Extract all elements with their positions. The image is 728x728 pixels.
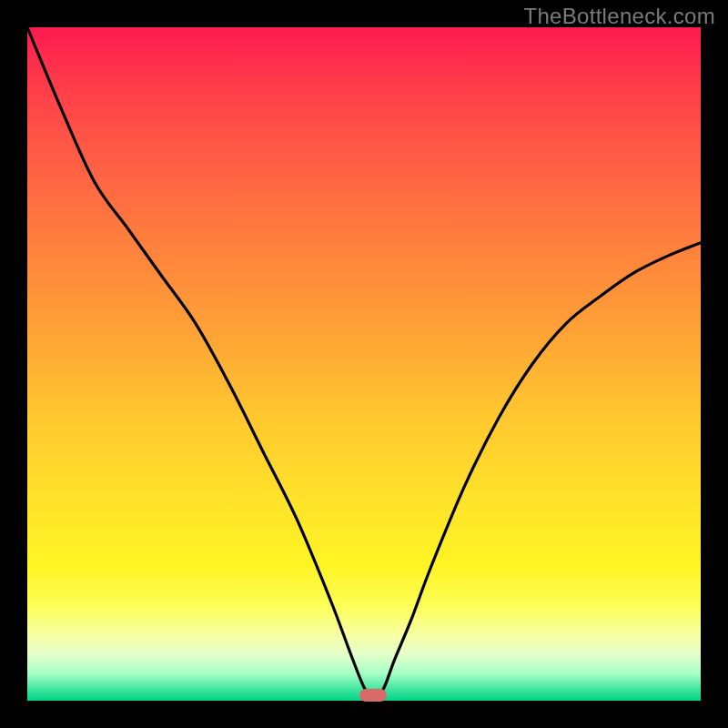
plot-area — [27, 27, 701, 701]
chart-frame: TheBottleneck.com — [0, 0, 728, 728]
bottleneck-curve — [27, 27, 701, 701]
optimal-point-marker — [359, 689, 387, 702]
watermark-label: TheBottleneck.com — [523, 4, 715, 29]
